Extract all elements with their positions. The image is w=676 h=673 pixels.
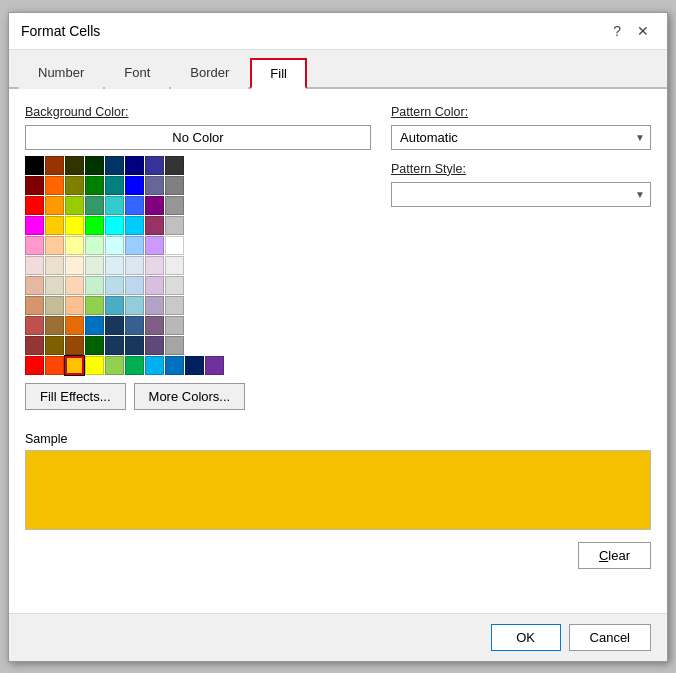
color-cell[interactable] (125, 176, 144, 195)
color-cell[interactable] (105, 156, 124, 175)
color-cell[interactable] (25, 356, 44, 375)
color-cell[interactable] (85, 216, 104, 235)
color-cell[interactable] (145, 196, 164, 215)
no-color-button[interactable]: No Color (25, 125, 371, 150)
color-cell[interactable] (25, 296, 44, 315)
color-cell[interactable] (165, 236, 184, 255)
color-cell[interactable] (85, 256, 104, 275)
color-cell[interactable] (145, 316, 164, 335)
color-cell[interactable] (45, 176, 64, 195)
color-cell[interactable] (65, 316, 84, 335)
more-colors-button[interactable]: More Colors... (134, 383, 246, 410)
color-cell[interactable] (45, 336, 64, 355)
color-cell[interactable] (125, 256, 144, 275)
color-cell[interactable] (65, 216, 84, 235)
color-cell[interactable] (45, 356, 64, 375)
color-cell[interactable] (125, 216, 144, 235)
close-button[interactable]: ✕ (631, 21, 655, 41)
color-cell[interactable] (65, 336, 84, 355)
tab-border[interactable]: Border (171, 58, 248, 89)
color-cell[interactable] (105, 276, 124, 295)
color-cell[interactable] (125, 276, 144, 295)
color-cell[interactable] (85, 156, 104, 175)
color-cell[interactable] (105, 236, 124, 255)
color-cell[interactable] (125, 156, 144, 175)
color-cell[interactable] (165, 216, 184, 235)
color-cell[interactable] (45, 216, 64, 235)
color-cell[interactable] (105, 316, 124, 335)
ok-button[interactable]: OK (491, 624, 561, 651)
color-cell[interactable] (145, 256, 164, 275)
color-cell[interactable] (125, 356, 144, 375)
color-cell[interactable] (105, 176, 124, 195)
color-cell[interactable] (85, 236, 104, 255)
color-cell[interactable] (105, 296, 124, 315)
color-cell[interactable] (145, 176, 164, 195)
color-cell[interactable] (45, 156, 64, 175)
color-cell[interactable] (105, 336, 124, 355)
color-cell[interactable] (165, 256, 184, 275)
color-cell[interactable] (165, 316, 184, 335)
color-cell[interactable] (45, 276, 64, 295)
cancel-button[interactable]: Cancel (569, 624, 651, 651)
color-cell[interactable] (125, 336, 144, 355)
color-cell[interactable] (105, 256, 124, 275)
color-cell[interactable] (85, 336, 104, 355)
color-cell[interactable] (25, 236, 44, 255)
tab-fill[interactable]: Fill (250, 58, 307, 89)
color-cell[interactable] (145, 296, 164, 315)
color-cell[interactable] (125, 236, 144, 255)
color-cell[interactable] (25, 216, 44, 235)
color-cell[interactable] (25, 156, 44, 175)
color-cell[interactable] (105, 216, 124, 235)
color-cell[interactable] (65, 276, 84, 295)
color-cell[interactable] (165, 336, 184, 355)
color-cell[interactable] (125, 296, 144, 315)
color-cell[interactable] (45, 256, 64, 275)
color-cell[interactable] (145, 216, 164, 235)
color-cell[interactable] (105, 356, 124, 375)
pattern-color-select[interactable]: Automatic (391, 125, 651, 150)
tab-font[interactable]: Font (105, 58, 169, 89)
color-cell[interactable] (165, 356, 184, 375)
color-cell[interactable] (85, 356, 104, 375)
color-cell[interactable] (145, 236, 164, 255)
color-cell[interactable] (145, 156, 164, 175)
color-cell[interactable] (85, 316, 104, 335)
color-cell[interactable] (65, 296, 84, 315)
color-cell[interactable] (25, 336, 44, 355)
color-cell[interactable] (165, 156, 184, 175)
color-cell[interactable] (45, 316, 64, 335)
help-button[interactable]: ? (607, 21, 627, 41)
color-cell[interactable] (165, 296, 184, 315)
color-cell[interactable] (145, 356, 164, 375)
color-cell[interactable] (145, 276, 164, 295)
color-cell[interactable] (85, 296, 104, 315)
color-cell[interactable] (65, 356, 84, 375)
color-cell[interactable] (65, 176, 84, 195)
tab-number[interactable]: Number (19, 58, 103, 89)
color-cell[interactable] (65, 156, 84, 175)
color-cell[interactable] (65, 236, 84, 255)
color-cell[interactable] (65, 196, 84, 215)
color-cell[interactable] (85, 176, 104, 195)
color-cell[interactable] (45, 296, 64, 315)
color-cell[interactable] (205, 356, 224, 375)
color-cell[interactable] (85, 196, 104, 215)
fill-effects-button[interactable]: Fill Effects... (25, 383, 126, 410)
color-cell[interactable] (125, 196, 144, 215)
pattern-style-select[interactable] (391, 182, 651, 207)
color-cell[interactable] (45, 196, 64, 215)
color-cell[interactable] (45, 236, 64, 255)
color-cell[interactable] (65, 256, 84, 275)
color-cell[interactable] (165, 176, 184, 195)
color-cell[interactable] (25, 276, 44, 295)
color-cell[interactable] (185, 356, 204, 375)
color-cell[interactable] (25, 196, 44, 215)
clear-button[interactable]: Clear (578, 542, 651, 569)
color-cell[interactable] (165, 276, 184, 295)
color-cell[interactable] (125, 316, 144, 335)
color-cell[interactable] (165, 196, 184, 215)
color-cell[interactable] (25, 256, 44, 275)
color-cell[interactable] (85, 276, 104, 295)
